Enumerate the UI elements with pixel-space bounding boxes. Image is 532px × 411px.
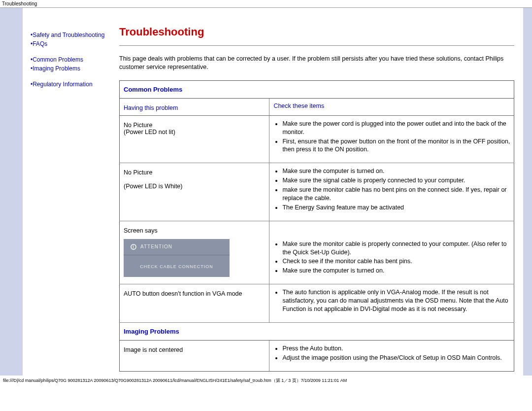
check-item: Make sure the monitor cable is properly … xyxy=(282,240,511,257)
window-title: Troubleshooting xyxy=(0,0,532,8)
column-headers: Having this problem Check these items xyxy=(120,98,514,115)
page: •Safety and Troubleshooting •FAQs •Commo… xyxy=(0,8,532,376)
intro-text: This page deals with problems that can b… xyxy=(119,55,514,71)
right-decorative-bar xyxy=(523,8,532,376)
sidebar-nav: •Safety and Troubleshooting •FAQs •Commo… xyxy=(23,8,119,376)
check-item: Make sure the computer is turned on. xyxy=(282,167,511,175)
title-divider xyxy=(119,45,514,46)
sidebar-link-regulatory[interactable]: •Regulatory Information xyxy=(31,81,93,88)
check-item: make sure the monitor cable has no bent … xyxy=(282,186,511,203)
attention-box: ! ATTENTION CHECK CABLE CONNECTION xyxy=(124,239,230,277)
table-row: No Picture (Power LED not lit) Make sure… xyxy=(120,115,514,163)
check-item: Make sure the signal cable is properly c… xyxy=(282,176,511,185)
problem-text: No Picture xyxy=(124,169,266,176)
sidebar-link-common-problems[interactable]: •Common Problems xyxy=(31,56,83,63)
table-row: Image is not centered Press the Auto but… xyxy=(120,340,514,371)
table-row: Screen says ! ATTENTION CHECK CABLE CONN… xyxy=(120,221,514,284)
problem-text: Image is not centered xyxy=(124,346,266,353)
problem-text: (Power LED is White) xyxy=(124,183,266,190)
section-imaging-problems: Imaging Problems xyxy=(120,322,514,340)
left-decorative-bar xyxy=(0,8,23,376)
table-row: No Picture (Power LED is White) Make sur… xyxy=(120,163,514,221)
sidebar-link-safety[interactable]: •Safety and Troubleshooting xyxy=(31,32,104,38)
check-item: Adjust the image position using the Phas… xyxy=(282,354,511,362)
problem-text: (Power LED not lit) xyxy=(124,129,266,136)
check-item: Press the Auto button. xyxy=(282,344,511,353)
problem-text: AUTO button doesn't function in VGA mode xyxy=(124,290,266,297)
section-common-problems: Common Problems xyxy=(120,80,514,98)
check-item: First, ensure that the power button on t… xyxy=(282,137,511,154)
check-item: The Energy Saving feature may be activat… xyxy=(282,204,511,212)
sidebar-link-faqs[interactable]: •FAQs xyxy=(31,40,47,47)
problem-text: Screen says xyxy=(124,227,266,234)
problem-text: No Picture xyxy=(124,122,266,129)
page-title: Troubleshooting xyxy=(119,26,514,38)
check-item: Check to see if the monitor cable has be… xyxy=(282,257,511,266)
table-row: AUTO button doesn't function in VGA mode… xyxy=(120,284,514,323)
attention-body: CHECK CABLE CONNECTION xyxy=(124,255,230,277)
check-item: Make sure the computer is turned on. xyxy=(282,267,511,275)
footer-file-path: file:///D|/cd manual/philips/Q70G 900281… xyxy=(0,376,532,386)
attention-icon: ! xyxy=(131,244,136,250)
main-content: Troubleshooting This page deals with pro… xyxy=(119,8,523,376)
check-item: The auto function is applicable only in … xyxy=(282,288,511,313)
troubleshooting-table: Common Problems Having this problem Chec… xyxy=(119,80,514,372)
check-item: Make sure the power cord is plugged into… xyxy=(282,120,511,137)
attention-label: ATTENTION xyxy=(140,244,172,249)
sidebar-link-imaging-problems[interactable]: •Imaging Problems xyxy=(31,65,80,72)
